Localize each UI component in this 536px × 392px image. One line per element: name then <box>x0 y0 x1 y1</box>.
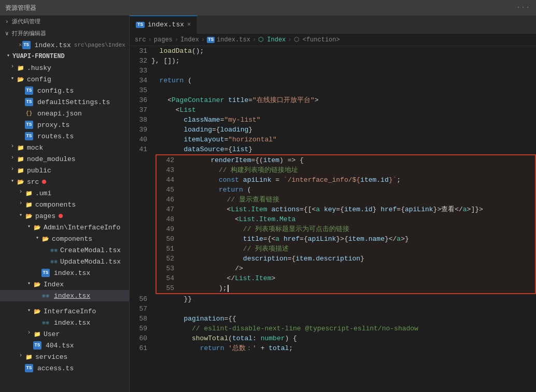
code-text: <PageContainer title="在线接口开放平台"> <box>151 95 319 105</box>
open-editor-label: index.tsx <box>35 41 71 49</box>
item-label: config.ts <box>37 87 74 95</box>
code-text: renderItem={(item) => { <box>178 155 304 165</box>
sidebar-item-umi[interactable]: 📁 .umi <box>0 187 129 199</box>
close-icon[interactable]: × <box>19 42 22 48</box>
sidebar-item-mock[interactable]: 📁 mock <box>0 142 129 153</box>
sidebar-item-husky[interactable]: 📁 .husky <box>0 62 129 74</box>
line-number: 46 <box>157 195 178 205</box>
chevron-icon <box>17 189 25 197</box>
code-line-52: 52 description={item.description} <box>157 254 535 264</box>
highlight-box: 42 renderItem={(item) => { 43 // 构建列表项的链… <box>156 154 536 294</box>
spacer <box>17 86 25 95</box>
tsx-component-icon: ⚛ <box>41 292 50 300</box>
ts-icon: TS <box>25 121 33 129</box>
code-line-33: 33 <box>130 66 536 76</box>
code-line-45: 45 return ( <box>157 185 535 195</box>
sidebar-item-admin-index[interactable]: TS index.tsx <box>0 267 129 279</box>
json-icon: {} <box>25 109 33 118</box>
sidebar-item-pages[interactable]: 📂 pages <box>0 210 129 222</box>
breadcrumb-item[interactable]: ⬡ <function> <box>294 36 340 43</box>
folder-open-icon: 📂 <box>41 235 50 243</box>
chevron-icon <box>4 52 12 61</box>
code-line-40: 40 itemLayout="horizontal" <box>130 135 536 144</box>
folder-icon: 📁 <box>25 189 33 197</box>
line-number: 35 <box>130 85 151 95</box>
tsx-component-icon: ⚛ <box>50 257 58 266</box>
code-text: // 列表项标题显示为可点击的链接 <box>178 224 349 234</box>
section-open-editors[interactable]: ∨ 打开的编辑器 <box>0 27 129 39</box>
project-root[interactable]: YUAPI-FRONTEND <box>0 51 129 62</box>
sidebar-item-index-folder[interactable]: 📂 Index <box>0 279 129 290</box>
breadcrumb-item[interactable]: Index <box>180 36 199 43</box>
sidebar-item-user[interactable]: 📁 User <box>0 328 129 340</box>
line-number: 55 <box>157 283 178 293</box>
code-line-57: 57 <box>130 304 536 314</box>
sidebar-item-routes[interactable]: TS routes.ts <box>0 130 129 142</box>
item-label: User <box>44 330 60 338</box>
breadcrumb-item[interactable]: src <box>135 36 146 43</box>
sidebar-item-services[interactable]: 📁 services <box>0 351 129 362</box>
sidebar-item-create-modal[interactable]: ⚛ CreateModal.tsx <box>0 244 129 256</box>
code-line-47: 47 <List.Item actions={[<a key={item.id}… <box>157 205 535 214</box>
chevron-icon <box>8 178 17 186</box>
breadcrumb-item[interactable]: ⬡ Index <box>258 36 286 43</box>
open-editor-item[interactable]: × TS index.tsx src\pages\Index <box>0 39 129 51</box>
sidebar-item-defaultsettings[interactable]: TS defaultSettings.ts <box>0 96 129 108</box>
sidebar-item-update-modal[interactable]: ⚛ UpdateModal.tsx <box>0 256 129 267</box>
breadcrumb-item[interactable]: index.tsx <box>217 36 250 43</box>
section-source-control[interactable]: › 源代码管理 <box>0 16 129 27</box>
line-number: 53 <box>157 264 178 273</box>
line-number: 40 <box>130 135 151 144</box>
code-editor[interactable]: 31 loadData(); 32 }, []); 33 34 return ( <box>130 46 536 392</box>
code-line-34: 34 return ( <box>130 76 536 85</box>
line-number: 58 <box>130 314 151 324</box>
code-line-50: 50 title={<a href={apiLink}>{item.name}<… <box>157 234 535 244</box>
breadcrumb-sep: › <box>288 36 291 43</box>
chevron-icon <box>25 280 33 288</box>
sidebar-item-admin[interactable]: 📂 Admin\InterfaceInfo <box>0 222 129 233</box>
tab-index-tsx[interactable]: TS index.tsx × <box>130 16 198 34</box>
title-bar: 资源管理器 ··· <box>0 0 536 16</box>
folder-icon: 📁 <box>33 330 41 338</box>
item-label: .husky <box>27 64 51 72</box>
item-label: UpdateModal.tsx <box>60 258 121 266</box>
line-number: 54 <box>157 273 178 283</box>
chevron-icon <box>25 330 33 338</box>
code-line-59: 59 // eslint-disable-next-line @typescri… <box>130 324 536 333</box>
sidebar-item-proxy[interactable]: TS proxy.ts <box>0 119 129 130</box>
code-line-54: 54 </List.Item> <box>157 273 535 283</box>
item-label: config <box>27 76 51 83</box>
sidebar-item-index-tsx[interactable]: ⚛ index.tsx ↑ <box>0 290 129 301</box>
sidebar-item-interfaceinfo[interactable]: 📂 InterfaceInfo <box>0 306 129 317</box>
ts-icon: TS <box>25 364 33 372</box>
sidebar-item-config-ts[interactable]: TS config.ts <box>0 85 129 96</box>
title-dots: ··· <box>516 4 531 11</box>
sidebar-item-components[interactable]: 📁 components <box>0 199 129 210</box>
code-line-55: 55 ); <box>157 283 535 293</box>
breadcrumb-sep: › <box>175 36 178 43</box>
code-text: <List.Item.Meta <box>178 214 295 224</box>
breadcrumb-sep: › <box>201 36 205 43</box>
sidebar-item-oneapi[interactable]: {} oneapi.json <box>0 108 129 119</box>
sidebar-item-access[interactable]: TS access.ts <box>0 362 129 374</box>
code-line-46: 46 // 显示查看链接 <box>157 195 535 205</box>
sidebar-item-interfaceinfo-index[interactable]: ⚛ index.tsx <box>0 317 129 328</box>
item-label: access.ts <box>37 365 74 372</box>
sidebar-item-public[interactable]: 📁 public <box>0 165 129 176</box>
sidebar-item-src[interactable]: 📂 src <box>0 176 129 187</box>
sidebar-item-config[interactable]: 📂 config <box>0 74 129 85</box>
tab-close-icon[interactable]: × <box>187 21 191 28</box>
line-number: 33 <box>130 66 151 76</box>
breadcrumb-item[interactable]: pages <box>154 36 173 43</box>
code-line-37: 37 <List <box>130 105 536 115</box>
sidebar-item-node-modules[interactable]: 📁 node_modules <box>0 153 129 165</box>
spacer <box>17 132 25 140</box>
item-label: Admin\InterfaceInfo <box>44 224 120 231</box>
sidebar-item-404[interactable]: TS 404.tsx <box>0 340 129 351</box>
code-text: </List.Item> <box>178 273 275 283</box>
line-number: 31 <box>130 46 151 56</box>
chevron-icon <box>8 75 17 83</box>
breadcrumb-sep: › <box>252 36 256 43</box>
sidebar-item-admin-components[interactable]: 📂 components <box>0 233 129 244</box>
line-number: 32 <box>130 56 151 66</box>
